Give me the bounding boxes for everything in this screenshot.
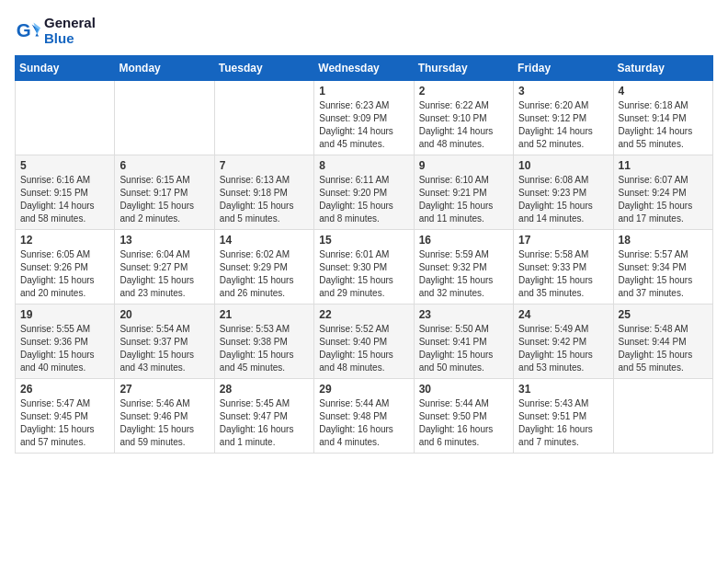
calendar-day-cell: 30Sunrise: 5:44 AM Sunset: 9:50 PM Dayli… [414,379,513,454]
calendar-day-cell: 21Sunrise: 5:53 AM Sunset: 9:38 PM Dayli… [214,304,313,379]
day-info: Sunrise: 5:55 AM Sunset: 9:36 PM Dayligh… [20,323,109,374]
calendar-day-cell: 14Sunrise: 6:02 AM Sunset: 9:29 PM Dayli… [214,230,313,304]
day-info: Sunrise: 6:04 AM Sunset: 9:27 PM Dayligh… [119,248,209,300]
page-header: G General Blue [15,15,713,46]
day-number: 25 [619,308,708,321]
logo-icon: G [15,17,40,43]
calendar-day-cell: 26Sunrise: 5:47 AM Sunset: 9:45 PM Dayli… [16,379,115,454]
day-number: 27 [119,383,209,396]
day-number: 17 [518,234,608,247]
calendar-day-cell [115,81,214,155]
calendar-day-cell: 3Sunrise: 6:20 AM Sunset: 9:12 PM Daylig… [514,81,613,155]
calendar-week-row: 1Sunrise: 6:23 AM Sunset: 9:09 PM Daylig… [16,81,713,155]
calendar-day-cell: 11Sunrise: 6:07 AM Sunset: 9:24 PM Dayli… [613,155,712,230]
day-number: 18 [619,234,708,247]
day-info: Sunrise: 6:15 AM Sunset: 9:17 PM Dayligh… [119,174,209,225]
day-info: Sunrise: 6:07 AM Sunset: 9:24 PM Dayligh… [619,174,708,225]
weekday-header: Wednesday [314,56,414,81]
weekday-header: Thursday [414,56,513,81]
day-info: Sunrise: 5:50 AM Sunset: 9:41 PM Dayligh… [419,323,508,374]
calendar-day-cell: 5Sunrise: 6:16 AM Sunset: 9:15 PM Daylig… [16,155,115,230]
day-info: Sunrise: 5:43 AM Sunset: 9:51 PM Dayligh… [518,397,608,449]
day-number: 4 [619,85,708,98]
weekday-header: Friday [514,56,613,81]
day-number: 24 [518,308,608,321]
day-number: 15 [319,234,408,247]
day-number: 19 [20,308,109,321]
day-info: Sunrise: 5:57 AM Sunset: 9:34 PM Dayligh… [619,248,708,300]
day-info: Sunrise: 5:44 AM Sunset: 9:48 PM Dayligh… [319,397,408,449]
day-number: 6 [119,159,209,172]
day-info: Sunrise: 5:54 AM Sunset: 9:37 PM Dayligh… [119,323,209,374]
day-info: Sunrise: 5:46 AM Sunset: 9:46 PM Dayligh… [119,397,209,449]
calendar-day-cell: 17Sunrise: 5:58 AM Sunset: 9:33 PM Dayli… [514,230,613,304]
day-info: Sunrise: 6:20 AM Sunset: 9:12 PM Dayligh… [518,99,608,151]
calendar-day-cell: 29Sunrise: 5:44 AM Sunset: 9:48 PM Dayli… [314,379,414,454]
day-number: 13 [119,234,209,247]
day-number: 12 [20,234,109,247]
calendar-day-cell: 4Sunrise: 6:18 AM Sunset: 9:14 PM Daylig… [613,81,712,155]
weekday-header: Tuesday [214,56,313,81]
day-number: 16 [419,234,508,247]
calendar-day-cell: 25Sunrise: 5:48 AM Sunset: 9:44 PM Dayli… [613,304,712,379]
calendar-day-cell: 19Sunrise: 5:55 AM Sunset: 9:36 PM Dayli… [16,304,115,379]
logo-text: General Blue [44,15,96,46]
day-info: Sunrise: 5:45 AM Sunset: 9:47 PM Dayligh… [220,397,309,449]
weekday-header: Saturday [613,56,712,81]
calendar-day-cell: 2Sunrise: 6:22 AM Sunset: 9:10 PM Daylig… [414,81,513,155]
day-info: Sunrise: 6:18 AM Sunset: 9:14 PM Dayligh… [619,99,708,151]
day-number: 2 [419,85,508,98]
day-info: Sunrise: 5:52 AM Sunset: 9:40 PM Dayligh… [319,323,408,374]
calendar-day-cell: 9Sunrise: 6:10 AM Sunset: 9:21 PM Daylig… [414,155,513,230]
day-number: 22 [319,308,408,321]
logo: G General Blue [15,15,96,46]
calendar-day-cell: 6Sunrise: 6:15 AM Sunset: 9:17 PM Daylig… [115,155,214,230]
calendar-table: SundayMondayTuesdayWednesdayThursdayFrid… [15,55,713,454]
day-info: Sunrise: 5:47 AM Sunset: 9:45 PM Dayligh… [20,397,109,449]
day-info: Sunrise: 5:48 AM Sunset: 9:44 PM Dayligh… [619,323,708,374]
calendar-day-cell: 15Sunrise: 6:01 AM Sunset: 9:30 PM Dayli… [314,230,414,304]
day-info: Sunrise: 5:49 AM Sunset: 9:42 PM Dayligh… [518,323,608,374]
day-info: Sunrise: 6:10 AM Sunset: 9:21 PM Dayligh… [419,174,508,225]
day-number: 28 [220,383,309,396]
day-number: 10 [518,159,608,172]
calendar-day-cell: 7Sunrise: 6:13 AM Sunset: 9:18 PM Daylig… [214,155,313,230]
calendar-day-cell: 23Sunrise: 5:50 AM Sunset: 9:41 PM Dayli… [414,304,513,379]
day-info: Sunrise: 6:16 AM Sunset: 9:15 PM Dayligh… [20,174,109,225]
day-number: 3 [518,85,608,98]
day-number: 11 [619,159,708,172]
day-info: Sunrise: 5:44 AM Sunset: 9:50 PM Dayligh… [419,397,508,449]
day-number: 23 [419,308,508,321]
day-info: Sunrise: 6:02 AM Sunset: 9:29 PM Dayligh… [220,248,309,300]
calendar-day-cell: 8Sunrise: 6:11 AM Sunset: 9:20 PM Daylig… [314,155,414,230]
svg-text:G: G [17,19,31,40]
calendar-day-cell: 1Sunrise: 6:23 AM Sunset: 9:09 PM Daylig… [314,81,414,155]
day-info: Sunrise: 5:53 AM Sunset: 9:38 PM Dayligh… [220,323,309,374]
day-info: Sunrise: 5:58 AM Sunset: 9:33 PM Dayligh… [518,248,608,300]
calendar-week-row: 12Sunrise: 6:05 AM Sunset: 9:26 PM Dayli… [16,230,713,304]
day-info: Sunrise: 6:23 AM Sunset: 9:09 PM Dayligh… [319,99,408,151]
day-number: 31 [518,383,608,396]
calendar-day-cell: 31Sunrise: 5:43 AM Sunset: 9:51 PM Dayli… [514,379,613,454]
day-info: Sunrise: 6:22 AM Sunset: 9:10 PM Dayligh… [419,99,508,151]
calendar-day-cell: 22Sunrise: 5:52 AM Sunset: 9:40 PM Dayli… [314,304,414,379]
calendar-day-cell [16,81,115,155]
day-number: 26 [20,383,109,396]
calendar-day-cell [613,379,712,454]
day-number: 14 [220,234,309,247]
day-number: 1 [319,85,408,98]
weekday-header: Sunday [16,56,115,81]
day-info: Sunrise: 6:13 AM Sunset: 9:18 PM Dayligh… [220,174,309,225]
day-info: Sunrise: 6:08 AM Sunset: 9:23 PM Dayligh… [518,174,608,225]
calendar-day-cell [214,81,313,155]
day-number: 20 [119,308,209,321]
calendar-week-row: 5Sunrise: 6:16 AM Sunset: 9:15 PM Daylig… [16,155,713,230]
calendar-week-row: 19Sunrise: 5:55 AM Sunset: 9:36 PM Dayli… [16,304,713,379]
day-number: 30 [419,383,508,396]
calendar-day-cell: 12Sunrise: 6:05 AM Sunset: 9:26 PM Dayli… [16,230,115,304]
day-number: 7 [220,159,309,172]
calendar-day-cell: 28Sunrise: 5:45 AM Sunset: 9:47 PM Dayli… [214,379,313,454]
day-info: Sunrise: 6:05 AM Sunset: 9:26 PM Dayligh… [20,248,109,300]
calendar-day-cell: 16Sunrise: 5:59 AM Sunset: 9:32 PM Dayli… [414,230,513,304]
calendar-day-cell: 27Sunrise: 5:46 AM Sunset: 9:46 PM Dayli… [115,379,214,454]
